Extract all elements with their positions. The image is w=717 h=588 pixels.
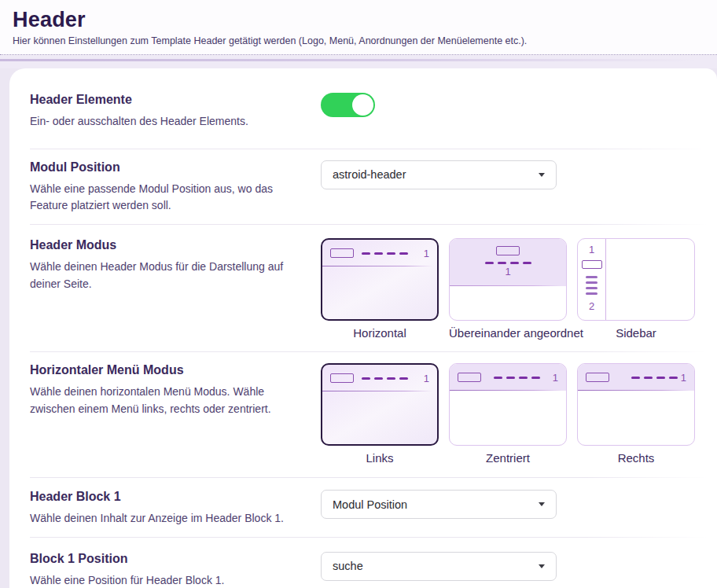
menu-dashes-icon [362,377,408,380]
page-title: Header [13,8,704,32]
option-menu-mode-rechts[interactable]: 1 Rechts [577,363,695,465]
option-label: Übereinander angeordnet [449,326,567,340]
header-block-1-select[interactable]: Modul Position [321,490,557,519]
logo-placeholder-icon [458,373,481,382]
row-header-modus: Header Modus Wähle deinen Header Modus f… [9,225,717,351]
option-header-mode-sidebar[interactable]: 1 2 Sidebar [577,238,695,340]
header-elements-toggle[interactable] [321,93,375,117]
chevron-down-icon [539,564,545,568]
settings-card: Header Elemente Ein- oder ausschalten de… [9,68,717,588]
setting-label: Header Elemente [30,93,305,107]
menu-dashes-icon [631,377,678,379]
option-menu-mode-links[interactable]: 1 Links [321,363,439,465]
stacked-layout-icon: 1 [449,238,567,321]
row-header-block-1: Header Block 1 Wähle deinen Inhalt zur A… [9,478,717,537]
setting-label: Header Modus [30,238,305,252]
header-divider-band [0,55,717,68]
module-position-select[interactable]: astroid-header [321,160,557,189]
horizontal-layout-icon: 1 [321,238,439,321]
menu-dashes-icon [586,276,598,295]
setting-description: Wähle deinen Header Modus für die Darste… [30,259,305,292]
sidebar-layout-icon: 1 2 [577,238,695,321]
chevron-down-icon [539,502,545,506]
block-number: 1 [505,266,510,277]
page-header: Header Hier können Einstellungen zum Tem… [0,0,717,55]
setting-description: Wähle deinen horizontalen Menü Modus. Wä… [30,384,305,417]
chevron-down-icon [539,173,545,177]
logo-placeholder-icon [330,248,354,258]
block-number: 2 [589,301,594,311]
menu-center-layout-icon: 1 [449,363,567,446]
setting-description: Wähle eine Position für Header Block 1. [30,572,305,588]
row-horizontaler-menue-modus: Horizontaler Menü Modus Wähle deinen hor… [9,352,717,477]
menu-dashes-icon [494,377,540,379]
setting-label: Horizontaler Menü Modus [30,363,305,377]
block-number: 1 [589,244,594,255]
setting-label: Modul Position [30,160,305,175]
row-modul-position: Modul Position Wähle eine passende Modul… [9,149,717,224]
option-label: Sidebar [577,326,695,340]
setting-description: Ein- oder ausschalten des Header Element… [30,113,305,130]
setting-description: Wähle eine passende Modul Position aus, … [30,181,305,215]
block-number: 1 [553,373,558,383]
logo-placeholder-icon [586,373,609,382]
page-subtitle: Hier können Einstellungen zum Template H… [13,35,704,46]
select-value: suche [333,560,539,572]
option-menu-mode-zentriert[interactable]: 1 Zentriert [449,363,567,465]
menu-right-layout-icon: 1 [577,363,695,446]
option-label: Links [321,451,439,465]
option-header-mode-stacked[interactable]: 1 Übereinander angeordnet [449,238,567,340]
option-label: Horizontal [321,326,439,340]
menu-left-layout-icon: 1 [321,363,439,446]
logo-placeholder-icon [330,373,354,383]
block-1-position-select[interactable]: suche [321,552,557,581]
row-block-1-position: Block 1 Position Wähle eine Position für… [9,538,717,588]
option-label: Rechts [577,451,695,465]
setting-label: Header Block 1 [30,490,305,504]
setting-label: Block 1 Position [30,552,305,566]
logo-placeholder-icon [496,246,520,255]
setting-description: Wähle deinen Inhalt zur Anzeige im Heade… [30,510,305,527]
toggle-knob [352,94,373,116]
block-number: 1 [681,373,686,383]
block-number: 1 [424,248,429,259]
menu-dashes-icon [485,262,531,264]
menu-dashes-icon [362,252,408,255]
option-header-mode-horizontal[interactable]: 1 Horizontal [321,238,439,340]
option-label: Zentriert [449,451,567,465]
select-value: astroid-header [333,168,539,181]
logo-placeholder-icon [582,260,602,269]
row-header-elemente: Header Elemente Ein- oder ausschalten de… [9,68,717,149]
block-number: 1 [424,373,429,384]
select-value: Modul Position [333,498,539,511]
